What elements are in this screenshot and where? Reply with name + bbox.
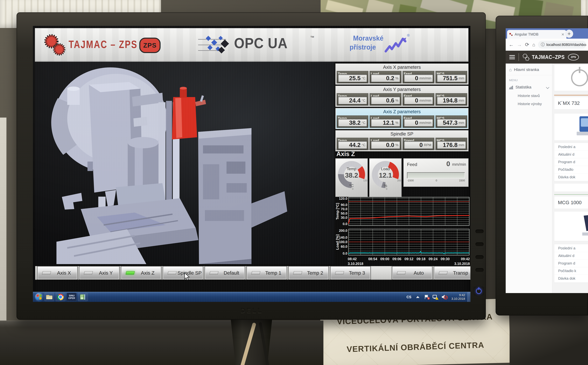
folder-icon (46, 294, 53, 300)
tray-expand-icon[interactable] (416, 296, 419, 298)
field-value: 176.8 (443, 142, 458, 148)
field-value-box: 0mm/min (404, 119, 433, 127)
bezel-menu-button-3[interactable] (475, 255, 483, 259)
hmi-button-spindle-sp[interactable]: Spindle SP (163, 266, 203, 280)
x-tick-label: 09:42 (461, 257, 470, 261)
menu-hamburger-icon[interactable] (509, 54, 515, 60)
sidebar-item-historie-v-roby[interactable]: Historie výroby (506, 100, 552, 108)
list-row-aktu-ln-d: Aktuální d (554, 252, 588, 260)
hmi-button-temp-1[interactable]: Temp 1 (246, 266, 287, 280)
field-temp: Temp44.2°C (337, 138, 368, 150)
panel-fields: Temp44.2°CLoad0.0%Speed0RPMMCS176.8mm (337, 138, 467, 150)
chrome-icon (57, 294, 64, 300)
start-flag-blue (36, 297, 39, 300)
field-value-box: 751.5mm (437, 74, 466, 82)
hmi-button-axis-z[interactable]: Axis Z (121, 266, 161, 280)
desk (0, 321, 323, 365)
field-value: 0 (415, 97, 418, 104)
show-desktop-button[interactable] (468, 292, 470, 302)
y-tick-label: 200.0 (339, 229, 347, 232)
start-button[interactable] (35, 293, 43, 301)
bezel-menu-button-4[interactable] (475, 268, 483, 272)
mouse-cursor (184, 273, 190, 281)
led-indicator-off (397, 271, 406, 274)
button-label: Temp 3 (344, 270, 370, 276)
feed-unit: mm/min (452, 162, 466, 167)
panel-fields: Temp25.5°CLoad0.2%Feed0mm/minMCS751.5mm (337, 71, 467, 83)
moravske-pristroje-logo: Moravské přístroje ® (347, 33, 411, 57)
url-info-icon[interactable]: ⓘ (541, 42, 545, 47)
field-value-box: 24.4°C (338, 97, 367, 104)
hmi-button-default[interactable]: Default (205, 266, 245, 280)
hmi-button-axis-x[interactable]: Axis X (37, 266, 78, 280)
panel-axis-y-parameters: Axis Y parametersTemp24.4°CLoad0.6%Feed0… (335, 86, 468, 107)
action-center-icon[interactable]: x (424, 295, 429, 299)
field-unit: % (395, 143, 398, 147)
volume-muted-icon[interactable] (442, 295, 447, 300)
sidebar-item-statistika[interactable]: Statistika (506, 83, 552, 92)
tab-close-icon[interactable]: × (561, 32, 564, 37)
sidebar-menu-label: MENU (506, 76, 552, 83)
field-value-box: 176.8mm (437, 141, 466, 149)
gauge-value: 12.1 (369, 171, 401, 179)
gauge-value: 38.2 (336, 171, 368, 179)
home-icon[interactable]: ⌂ (532, 42, 535, 48)
hmi-button-strip: Axis XAxis YAxis ZSpindle SPDefaultTemp … (35, 266, 468, 280)
field-value: 0 (415, 119, 418, 126)
app-card-icon (80, 294, 86, 300)
power-card[interactable] (554, 65, 588, 91)
language-indicator[interactable]: CS (406, 295, 411, 299)
machine1-image-card[interactable] (554, 113, 588, 140)
y-tick-label: 0.0 (343, 252, 347, 255)
x-tick-label: 08:54 (368, 257, 377, 261)
browser-tab[interactable]: Angular TMDB × (507, 30, 567, 39)
field-value: 44.2 (349, 142, 361, 148)
machine2-image-card[interactable] (554, 211, 588, 241)
hmi-button-axis-y[interactable]: Axis Y (79, 266, 120, 280)
hmi-button-auto[interactable]: Auto (392, 266, 432, 280)
hmi-button-temp-3[interactable]: Temp 3 (330, 266, 371, 280)
led-indicator-off (293, 271, 302, 274)
x-tick-label: 09:06 (392, 257, 401, 261)
field-unit: mm/min (419, 98, 431, 102)
app-header: TAJMAC–ZPS ZPS (506, 51, 588, 63)
panel-spindle-sp: Spindle SPTemp44.2°CLoad0.0%Speed0RPMMCS… (335, 130, 468, 151)
taskbar-time[interactable]: 9:42 (451, 293, 465, 297)
field-temp: Temp24.4°C (337, 93, 368, 105)
opc-ua-diamonds-icon (198, 34, 234, 56)
home-strip[interactable]: ⌂ (554, 183, 588, 192)
taskbar-sinumerik[interactable]: SINU OPER (67, 293, 77, 301)
sidebar-item-home[interactable]: ⌂ Hlavní stranka (506, 65, 552, 74)
button-label: Default (218, 270, 245, 276)
reload-icon[interactable]: ⟳ (525, 42, 529, 48)
monitor-power-button[interactable] (474, 287, 484, 295)
sinu-line2: OPER (68, 297, 75, 300)
field-value-box: 0mm/min (404, 97, 433, 104)
field-value: 194.8 (443, 97, 458, 104)
network-warning-icon[interactable] (432, 295, 438, 299)
taskbar-app[interactable] (78, 293, 88, 301)
new-tab-button[interactable]: + (565, 30, 573, 38)
taskbar-chrome[interactable] (56, 293, 65, 301)
brand-gears-icon (522, 53, 530, 61)
x-tick-label: 09:24 (429, 257, 438, 261)
taskbar-explorer[interactable] (44, 293, 54, 301)
field-value-box: 0mm/min (404, 74, 433, 82)
hmi-button-temp-2[interactable]: Temp 2 (288, 266, 329, 280)
axis-z-detail-section: Axis Z Temp38.2ºC0120Load12.1%0200 Feed … (335, 149, 468, 196)
hmi-button-transp[interactable]: Transp (434, 266, 470, 280)
sidebar-item-historie-stav[interactable]: Historie stavů (506, 92, 552, 100)
y-tick-label: 90.0 (341, 203, 347, 207)
field-speed: Speed0RPM (403, 138, 434, 150)
feed-slider-track[interactable] (407, 172, 465, 178)
machine-3d-view[interactable] (35, 62, 334, 264)
bezel-menu-button-2[interactable] (475, 242, 483, 246)
taskbar-date[interactable]: 3.10.2018 (451, 297, 465, 301)
field-value: 0.0 (386, 142, 394, 148)
back-icon[interactable]: ← (509, 42, 514, 48)
url-bar[interactable]: ⓘ localhost:8080/#/dashboard (538, 41, 586, 49)
forward-icon[interactable]: → (517, 42, 522, 48)
bezel-menu-button-1[interactable] (475, 230, 483, 233)
field-value: 751.5 (443, 75, 458, 82)
desk-right-shadow (510, 315, 588, 365)
